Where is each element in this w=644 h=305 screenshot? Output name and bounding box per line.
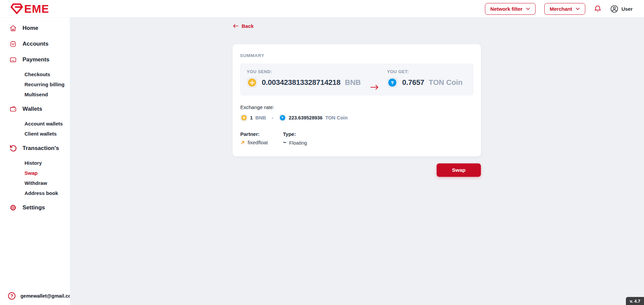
header-actions: Network filter Merchant — [485, 3, 633, 15]
home-icon — [9, 24, 17, 32]
history-icon — [9, 145, 17, 152]
wallet-icon — [9, 105, 17, 113]
sidebar-item-client-wallets[interactable]: Client wallets — [0, 130, 70, 138]
amounts-panel: YOU SEND: 0.003423 — [240, 63, 474, 96]
swap-button[interactable]: Swap — [437, 163, 481, 177]
sub-item-label: Account wallets — [24, 121, 63, 126]
merchant-button[interactable]: Merchant — [544, 3, 585, 15]
get-currency: TON Coin — [429, 78, 462, 87]
sub-item-label: Withdraw — [24, 180, 47, 186]
gear-icon — [9, 204, 17, 211]
sidebar-item-multisend[interactable]: Multisend — [0, 90, 70, 98]
sidebar-item-label: Home — [22, 25, 38, 32]
rate-separator: - — [272, 115, 274, 120]
sidebar-item-transactions[interactable]: Transaction's — [0, 143, 70, 154]
version-badge: v. 4.7 — [626, 297, 644, 305]
partner-label: Partner: — [240, 131, 283, 137]
logo[interactable]: EME — [10, 3, 49, 15]
sidebar-footer: ? gemewallet@gmail.com — [8, 292, 76, 300]
notifications-button[interactable] — [594, 5, 601, 13]
fixedfloat-arrow-icon — [240, 140, 245, 145]
sidebar-item-label: Wallets — [22, 106, 42, 112]
sidebar-item-label: Settings — [22, 204, 45, 211]
sidebar-item-label: Transaction's — [22, 145, 59, 152]
sidebar-item-accounts[interactable]: Accounts — [0, 39, 70, 49]
sidebar-item-label: Payments — [22, 56, 49, 63]
sidebar-item-swap[interactable]: Swap — [0, 169, 70, 177]
transactions-subitems: History Swap Withdraw Address book — [0, 159, 70, 197]
ton-coin-icon — [387, 77, 398, 88]
sub-item-label: Swap — [24, 170, 38, 176]
network-filter-label: Network filter — [490, 6, 523, 12]
send-amount: 0.003423813328714218 — [262, 78, 341, 87]
sub-item-label: History — [24, 160, 42, 166]
sub-item-label: Client wallets — [24, 131, 57, 137]
you-send-row: 0.003423813328714218 BNB — [247, 77, 361, 88]
bnb-coin-icon — [240, 114, 247, 121]
merchant-label: Merchant — [550, 6, 572, 12]
meta-block: Partner: fixedfloat Type: ~ Floating — [240, 131, 474, 146]
summary-card: SUMMARY YOU SEND: — [233, 44, 481, 156]
get-amount: 0.7657 — [402, 78, 424, 87]
you-get-block: YOU GET: 0.7657 TON Coin — [387, 69, 462, 96]
sidebar-item-payments[interactable]: Payments — [0, 54, 70, 65]
rate-to-amount: 223.639528936 — [289, 115, 323, 120]
user-name: User — [622, 6, 633, 12]
bell-icon — [594, 5, 601, 13]
ton-coin-icon — [279, 114, 286, 121]
sidebar-item-home[interactable]: Home — [0, 23, 70, 34]
sidebar-item-history[interactable]: History — [0, 159, 70, 167]
main-content: Back SUMMARY YOU SEND: — [70, 17, 644, 305]
chevron-down-icon — [526, 7, 530, 10]
sub-item-label: Checkouts — [24, 71, 50, 77]
wallets-subitems: Account wallets Client wallets — [0, 119, 70, 138]
you-send-block: YOU SEND: 0.003423 — [247, 69, 361, 96]
sidebar: Home Accounts Payments Checkouts Recurri… — [0, 17, 70, 305]
rate-from-currency: BNB — [255, 115, 266, 120]
sub-item-label: Address book — [24, 190, 58, 196]
exchange-rate-row: 1 BNB - 223.639528936 TON Coin — [240, 114, 474, 121]
sub-item-label: Recurring billing — [24, 82, 64, 87]
partner-value: fixedfloat — [248, 140, 268, 145]
back-label: Back — [242, 23, 254, 29]
tilde-icon: ~ — [283, 140, 287, 146]
shopping-bag-icon — [9, 40, 17, 48]
sub-item-label: Multisend — [24, 92, 48, 97]
sidebar-item-checkouts[interactable]: Checkouts — [0, 70, 70, 78]
credit-card-icon — [9, 56, 17, 63]
sidebar-item-settings[interactable]: Settings — [0, 202, 70, 213]
exchange-rate-label: Exchange rate: — [240, 104, 474, 110]
chevron-down-icon — [576, 7, 580, 10]
type-block: Type: ~ Floating — [283, 131, 307, 146]
type-value: Floating — [289, 140, 307, 146]
account-email: gemewallet@gmail.com — [20, 293, 76, 299]
arrow-left-icon — [233, 24, 239, 28]
user-avatar-icon — [610, 5, 618, 13]
sidebar-item-wallets[interactable]: Wallets — [0, 104, 70, 114]
gem-logo-icon — [10, 3, 23, 15]
sidebar-item-recurring-billing[interactable]: Recurring billing — [0, 80, 70, 88]
summary-title: SUMMARY — [240, 53, 474, 58]
help-icon[interactable]: ? — [8, 292, 15, 300]
type-label: Type: — [283, 131, 307, 137]
bnb-coin-icon — [247, 77, 257, 88]
partner-block: Partner: fixedfloat — [240, 131, 283, 146]
sidebar-item-withdraw[interactable]: Withdraw — [0, 179, 70, 187]
exchange-rate-block: Exchange rate: — [240, 104, 474, 121]
user-menu[interactable]: User — [610, 5, 633, 13]
sidebar-item-address-book[interactable]: Address book — [0, 189, 70, 197]
arrow-right-icon — [370, 84, 379, 90]
you-get-row: 0.7657 TON Coin — [387, 77, 462, 88]
you-send-label: YOU SEND: — [247, 69, 361, 74]
rate-from-amount: 1 — [250, 115, 253, 120]
rate-to-currency: TON Coin — [325, 115, 348, 120]
payments-subitems: Checkouts Recurring billing Multisend — [0, 70, 70, 98]
sidebar-item-label: Accounts — [22, 41, 48, 47]
network-filter-button[interactable]: Network filter — [485, 3, 536, 15]
sidebar-item-account-wallets[interactable]: Account wallets — [0, 119, 70, 128]
app-header: EME Network filter Merchant — [0, 0, 644, 17]
send-currency: BNB — [345, 78, 361, 87]
back-button[interactable]: Back — [233, 23, 254, 29]
logo-text: EME — [24, 3, 49, 14]
you-get-label: YOU GET: — [387, 69, 462, 74]
